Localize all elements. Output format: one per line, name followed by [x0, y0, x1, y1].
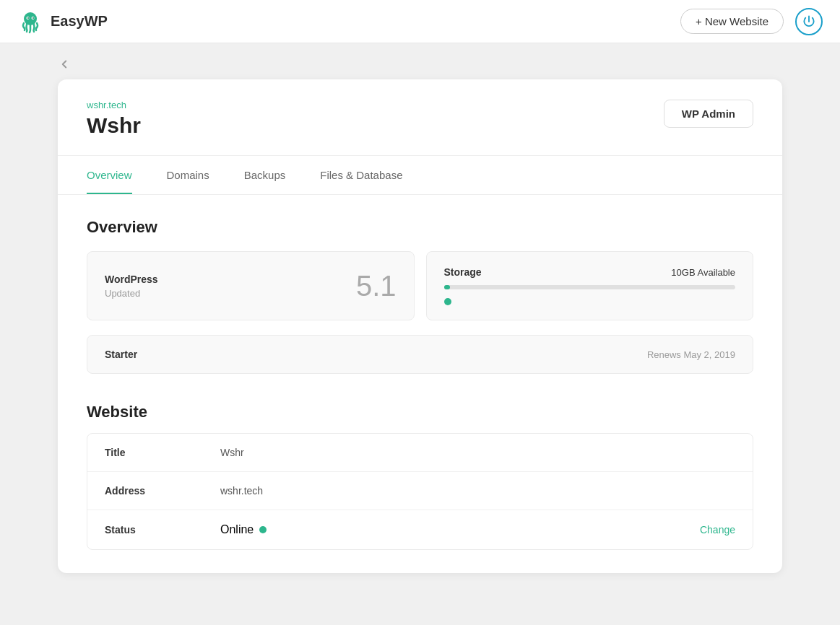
storage-bar-container	[444, 285, 736, 289]
power-button[interactable]	[795, 8, 823, 35]
title-value: Wshr	[220, 447, 735, 458]
tab-domains[interactable]: Domains	[167, 156, 209, 194]
card-body: Overview WordPress Updated 5.1 Storage	[58, 195, 782, 573]
back-button[interactable]	[58, 58, 71, 71]
title-label: Title	[105, 447, 220, 458]
plan-name: Starter	[105, 349, 137, 360]
header: EasyWP + New Website	[0, 0, 840, 43]
website-table: Title Wshr Address wshr.tech Status Onli…	[87, 433, 753, 550]
online-dot-icon	[259, 526, 267, 533]
change-status-link[interactable]: Change	[700, 524, 735, 536]
site-name: Wshr	[87, 113, 141, 138]
site-domain: wshr.tech	[87, 100, 141, 110]
table-row-status: Status Online Change	[87, 510, 753, 549]
address-value: wshr.tech	[220, 485, 735, 497]
storage-label: Storage	[444, 266, 482, 278]
chevron-left-icon	[58, 58, 71, 71]
svg-point-3	[27, 17, 29, 19]
storage-dot-indicator	[444, 298, 451, 305]
wordpress-version: 5.1	[356, 270, 397, 302]
octopus-logo-icon	[17, 9, 43, 35]
storage-bar-fill	[444, 285, 450, 289]
svg-point-0	[24, 12, 37, 25]
header-right: + New Website	[680, 8, 823, 35]
tab-backups[interactable]: Backups	[244, 156, 286, 194]
tab-overview[interactable]: Overview	[87, 156, 132, 194]
status-label: Status	[105, 524, 220, 536]
main-content: wshr.tech Wshr WP Admin Overview Domains…	[0, 43, 840, 587]
wordpress-card-left: WordPress Updated	[105, 274, 158, 299]
wordpress-sublabel: Updated	[105, 288, 158, 299]
power-icon	[802, 14, 816, 29]
storage-header: Storage 10GB Available	[444, 266, 736, 278]
svg-point-4	[33, 17, 34, 19]
site-card: wshr.tech Wshr WP Admin Overview Domains…	[58, 79, 782, 573]
tabs-bar: Overview Domains Backups Files & Databas…	[58, 156, 782, 195]
table-row-title: Title Wshr	[87, 434, 753, 472]
logo-text: EasyWP	[51, 13, 108, 30]
wp-admin-button[interactable]: WP Admin	[664, 100, 753, 128]
site-header: wshr.tech Wshr WP Admin	[58, 79, 782, 156]
plan-renews: Renews May 2, 2019	[647, 349, 735, 360]
wordpress-label: WordPress	[105, 274, 158, 285]
storage-card-content: Storage 10GB Available	[444, 266, 736, 305]
wordpress-card: WordPress Updated 5.1	[87, 251, 415, 320]
overview-cards-row: WordPress Updated 5.1 Storage 10GB Avail…	[87, 251, 753, 320]
website-section-title: Website	[87, 403, 753, 421]
address-label: Address	[105, 485, 220, 497]
overview-section-title: Overview	[87, 218, 753, 237]
new-website-button[interactable]: + New Website	[680, 9, 784, 34]
storage-card: Storage 10GB Available	[426, 251, 754, 320]
table-row-address: Address wshr.tech	[87, 472, 753, 510]
status-value: Online	[220, 523, 267, 536]
status-text: Online	[220, 523, 254, 536]
storage-available: 10GB Available	[671, 267, 735, 278]
logo-area: EasyWP	[17, 9, 108, 35]
plan-row: Starter Renews May 2, 2019	[87, 335, 753, 374]
site-info: wshr.tech Wshr	[87, 100, 141, 138]
tab-files-database[interactable]: Files & Database	[320, 156, 402, 194]
